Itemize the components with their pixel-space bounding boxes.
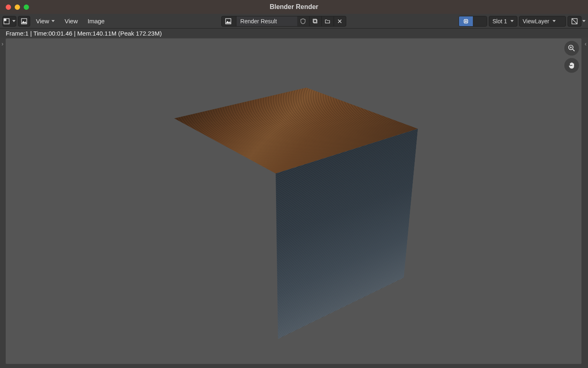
open-image-button[interactable]: [322, 16, 334, 27]
svg-marker-5: [226, 21, 231, 23]
unlink-image-button[interactable]: [334, 16, 346, 27]
folder-icon: [325, 18, 330, 24]
image-editor-icon: [3, 18, 10, 25]
svg-rect-1: [4, 18, 7, 21]
editor-type-dropdown[interactable]: [2, 16, 16, 27]
sphere-icon: [463, 18, 469, 25]
render-stats-text: Frame:1 | Time:00:01.46 | Mem:140.11M (P…: [6, 30, 162, 37]
close-icon: [337, 19, 342, 24]
rendered-cube: [212, 136, 375, 299]
render-slot-dropdown[interactable]: Slot 1: [489, 16, 517, 27]
chevron-down-icon: [582, 20, 586, 22]
minimize-window-button[interactable]: [15, 4, 20, 10]
image-icon: [225, 18, 232, 25]
image-datablock-field: Render Result: [221, 16, 346, 27]
chevron-down-icon: [51, 20, 55, 22]
chevron-down-icon: [552, 20, 556, 22]
view-menu-dropdown[interactable]: View: [32, 18, 59, 25]
mode-dropdown[interactable]: [18, 16, 30, 27]
view-menu-label-2: View: [65, 18, 78, 25]
svg-point-8: [463, 19, 468, 24]
image-browse-dropdown[interactable]: [221, 16, 236, 27]
new-image-button[interactable]: [310, 16, 322, 27]
sidebar-reveal-right[interactable]: [584, 41, 587, 47]
zoom-window-button[interactable]: [24, 4, 29, 10]
magnifier-plus-icon: [568, 44, 576, 52]
view-mode-icon: [21, 18, 27, 25]
display-channels-dropdown[interactable]: [473, 16, 487, 26]
svg-marker-3: [22, 21, 27, 23]
render-canvas[interactable]: [6, 38, 581, 364]
image-menu[interactable]: Image: [84, 18, 109, 25]
view-menu-label: View: [36, 18, 49, 25]
render-pass-dropdown[interactable]: [568, 16, 586, 27]
shield-icon: [300, 18, 306, 24]
pan-gizmo[interactable]: [564, 58, 579, 73]
render-stats-line: Frame:1 | Time:00:01.46 | Mem:140.11M (P…: [0, 29, 588, 38]
image-viewport[interactable]: [0, 38, 588, 368]
image-name-field[interactable]: Render Result: [236, 16, 297, 27]
svg-line-13: [572, 49, 575, 51]
window-title: Blender Render: [0, 3, 588, 11]
slot-label: Slot 1: [492, 18, 507, 25]
display-color-managed-button[interactable]: [459, 16, 473, 26]
window-controls: [6, 4, 29, 10]
window-titlebar: Blender Render: [0, 0, 588, 14]
toolbar-reveal-left[interactable]: [1, 41, 4, 47]
image-editor-header: View View Image Render Result: [0, 14, 588, 29]
view-layer-dropdown[interactable]: ViewLayer: [519, 16, 566, 27]
hand-icon: [568, 61, 576, 70]
view-menu[interactable]: View: [60, 18, 82, 25]
display-channels-toggle: [459, 16, 487, 27]
view-layer-label: ViewLayer: [523, 18, 549, 25]
duplicate-icon: [312, 18, 318, 24]
chevron-down-icon: [510, 20, 514, 22]
fake-user-button[interactable]: [297, 16, 310, 27]
zoom-gizmo[interactable]: [564, 41, 579, 56]
combined-pass-icon: [571, 18, 578, 25]
image-menu-label: Image: [88, 18, 105, 25]
close-window-button[interactable]: [6, 4, 11, 10]
